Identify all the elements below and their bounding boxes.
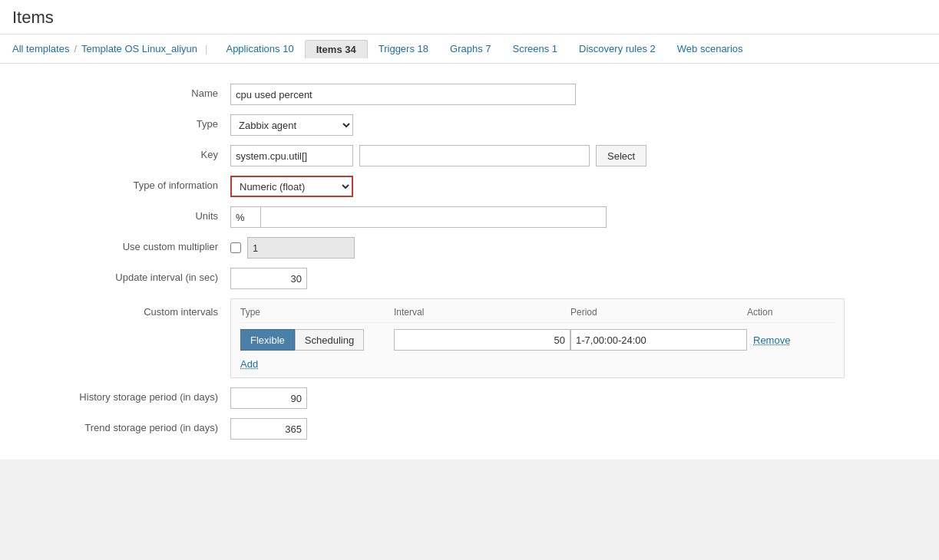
ci-col-period-header: Period: [570, 307, 747, 318]
type-control: Zabbix agent Zabbix agent (active) Simpl…: [230, 114, 921, 136]
update-interval-row: Update interval (in sec): [0, 263, 921, 294]
multiplier-checkbox[interactable]: [230, 242, 241, 253]
ci-add-button[interactable]: Add: [240, 358, 258, 370]
history-input[interactable]: [230, 387, 307, 409]
key-input[interactable]: [230, 145, 353, 166]
units-input-wide[interactable]: [261, 206, 607, 228]
breadcrumb-sep: /: [74, 43, 77, 54]
history-control: [230, 387, 921, 409]
trend-label: Trend storage period (in days): [0, 418, 230, 433]
update-interval-label: Update interval (in sec): [0, 268, 230, 283]
units-label: Units: [0, 206, 230, 222]
ci-header: Type Interval Period Action: [240, 307, 835, 323]
multiplier-value-input[interactable]: [247, 237, 355, 259]
tab-webscenarios[interactable]: Web scenarios: [666, 39, 754, 58]
ci-period-input[interactable]: [570, 329, 747, 351]
type-select[interactable]: Zabbix agent Zabbix agent (active) Simpl…: [230, 114, 353, 136]
custom-intervals-row: Custom intervals Type Interval Period Ac…: [0, 294, 921, 383]
multiplier-label: Use custom multiplier: [0, 237, 230, 252]
key-control: Select: [230, 145, 921, 166]
flexible-button[interactable]: Flexible: [240, 329, 295, 351]
breadcrumb-nav: All templates / Template OS Linux_aliyun…: [0, 35, 939, 64]
trend-row: Trend storage period (in days): [0, 413, 921, 444]
ci-interval-input[interactable]: [394, 329, 570, 351]
name-input[interactable]: [230, 84, 576, 105]
name-control: [230, 84, 921, 105]
type-info-row: Type of information Numeric (float) Nume…: [0, 171, 921, 202]
key-input-extra[interactable]: [359, 145, 590, 166]
scheduling-button[interactable]: Scheduling: [295, 329, 364, 351]
ci-remove-button[interactable]: Remove: [747, 334, 796, 346]
ci-col-type-header: Type: [240, 307, 394, 318]
template-link[interactable]: Template OS Linux_aliyun: [81, 43, 197, 54]
custom-intervals-control: Type Interval Period Action Flexible Sch…: [230, 298, 921, 378]
history-row: History storage period (in days): [0, 383, 921, 413]
custom-intervals-label: Custom intervals: [0, 298, 230, 318]
units-control: [230, 206, 921, 228]
tab-items[interactable]: Items 34: [305, 40, 368, 58]
tab-screens[interactable]: Screens 1: [502, 39, 569, 58]
tab-applications[interactable]: Applications 10: [215, 39, 304, 58]
custom-intervals-block: Type Interval Period Action Flexible Sch…: [230, 298, 845, 378]
units-input[interactable]: [230, 206, 261, 228]
all-templates-link[interactable]: All templates: [12, 43, 69, 54]
units-group: [230, 206, 607, 228]
key-label: Key: [0, 145, 230, 160]
multiplier-control: [230, 237, 921, 259]
tab-bar: Applications 10 Items 34 Triggers 18 Gra…: [215, 39, 753, 58]
ci-col-interval-header: Interval: [394, 307, 570, 318]
tab-triggers[interactable]: Triggers 18: [368, 39, 439, 58]
history-label: History storage period (in days): [0, 387, 230, 403]
ci-col-action-header: Action: [747, 307, 835, 318]
ci-add-row: Add: [240, 355, 835, 370]
type-info-label: Type of information: [0, 176, 230, 191]
tab-discovery[interactable]: Discovery rules 2: [568, 39, 666, 58]
page-title: Items: [0, 0, 939, 35]
ci-row-0: Flexible Scheduling Remove: [240, 329, 835, 351]
trend-input[interactable]: [230, 418, 307, 440]
trend-control: [230, 418, 921, 440]
key-select-button[interactable]: Select: [596, 145, 646, 166]
multiplier-row: Use custom multiplier: [0, 232, 921, 263]
type-info-select[interactable]: Numeric (float) Numeric (unsigned) Chara…: [230, 176, 353, 197]
units-row: Units: [0, 202, 921, 232]
name-row: Name: [0, 79, 921, 110]
ci-type-toggle: Flexible Scheduling: [240, 329, 394, 351]
content-area: Name Type Zabbix agent Zabbix agent (act…: [0, 64, 939, 460]
tab-graphs[interactable]: Graphs 7: [439, 39, 502, 58]
key-row: Key Select: [0, 140, 921, 171]
type-label: Type: [0, 114, 230, 130]
update-interval-input[interactable]: [230, 268, 307, 289]
name-label: Name: [0, 84, 230, 99]
type-row: Type Zabbix agent Zabbix agent (active) …: [0, 110, 921, 140]
title-text: Items: [12, 8, 54, 27]
type-info-control: Numeric (float) Numeric (unsigned) Chara…: [230, 176, 921, 197]
update-interval-control: [230, 268, 921, 289]
